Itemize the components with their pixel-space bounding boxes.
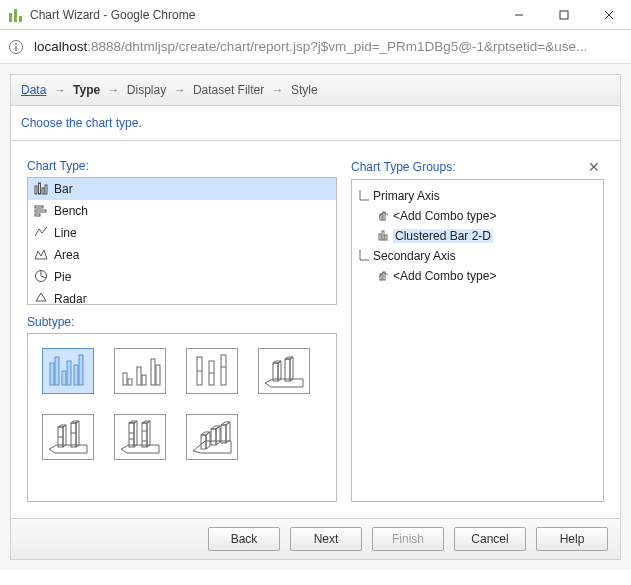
axis-icon <box>358 189 370 204</box>
svg-rect-25 <box>67 361 71 385</box>
svg-rect-9 <box>15 46 16 51</box>
svg-rect-49 <box>142 423 147 447</box>
svg-rect-44 <box>71 423 76 447</box>
chart-type-groups-label: Chart Type Groups: <box>351 160 456 174</box>
close-button[interactable] <box>586 0 631 29</box>
tree-secondary-axis[interactable]: Secondary Axis <box>358 246 597 266</box>
breadcrumb-data[interactable]: Data <box>21 83 46 97</box>
chart-type-label: Chart Type: <box>27 159 337 173</box>
breadcrumb-arrow-icon: → <box>54 83 66 97</box>
radar-icon <box>34 291 48 306</box>
chart-type-radar[interactable]: Radar <box>28 288 336 305</box>
minimize-button[interactable] <box>496 0 541 29</box>
pie-icon <box>34 269 48 286</box>
tree-primary-axis[interactable]: Primary Axis <box>358 186 597 206</box>
svg-rect-30 <box>137 367 141 385</box>
chart-type-area[interactable]: Area <box>28 244 336 266</box>
subtype-stacked-bar-3d[interactable] <box>42 414 94 460</box>
svg-line-20 <box>41 276 46 278</box>
svg-rect-10 <box>35 186 37 194</box>
subtype-label: Subtype: <box>27 315 337 329</box>
chart-type-list[interactable]: Bar Bench Line Area Pie <box>27 177 337 305</box>
window-titlebar: Chart Wizard - Google Chrome <box>0 0 631 30</box>
subtype-clustered-bar-staggered[interactable] <box>114 348 166 394</box>
url-text[interactable]: localhost:8888/dhtmljsp/create/chart/rep… <box>34 39 623 54</box>
svg-rect-27 <box>79 355 83 385</box>
site-info-icon[interactable] <box>8 39 24 55</box>
line-icon <box>34 225 48 242</box>
svg-rect-12 <box>42 188 44 194</box>
svg-rect-29 <box>128 379 132 385</box>
combo-icon <box>378 209 390 224</box>
svg-rect-11 <box>39 183 41 194</box>
chart-type-label-text: Line <box>54 226 77 240</box>
app-icon <box>8 7 24 23</box>
breadcrumb-arrow-icon: → <box>174 83 186 97</box>
chart-type-label-text: Bench <box>54 204 88 218</box>
svg-rect-26 <box>74 365 78 385</box>
next-button[interactable]: Next <box>290 527 362 551</box>
svg-rect-32 <box>151 359 155 385</box>
url-host: localhost <box>34 39 87 54</box>
svg-rect-13 <box>45 185 47 194</box>
svg-rect-1 <box>14 9 17 22</box>
chart-type-label-text: Pie <box>54 270 71 284</box>
maximize-button[interactable] <box>541 0 586 29</box>
svg-rect-61 <box>385 235 387 240</box>
subtype-stacked-bar-2d[interactable] <box>186 348 238 394</box>
chart-type-label-text: Area <box>54 248 79 262</box>
svg-point-8 <box>15 43 17 45</box>
svg-rect-28 <box>123 373 127 385</box>
tree-add-combo-secondary[interactable]: <Add Combo type> <box>358 266 597 286</box>
bar-icon <box>34 181 48 198</box>
svg-rect-4 <box>560 11 568 19</box>
svg-rect-54 <box>221 425 226 443</box>
tree-label: <Add Combo type> <box>393 269 496 283</box>
svg-rect-16 <box>35 214 40 216</box>
chart-type-line[interactable]: Line <box>28 222 336 244</box>
svg-rect-15 <box>35 210 46 212</box>
subtype-grid <box>27 333 337 502</box>
footer: Back Next Finish Cancel Help <box>10 519 621 560</box>
help-button[interactable]: Help <box>536 527 608 551</box>
svg-rect-40 <box>273 363 278 381</box>
svg-rect-46 <box>129 423 134 447</box>
breadcrumb-arrow-icon: → <box>108 83 120 97</box>
svg-rect-2 <box>19 16 22 22</box>
close-panel-icon[interactable]: ✕ <box>584 159 604 175</box>
subtype-clustered-bar-2d[interactable] <box>42 348 94 394</box>
breadcrumb-dataset-filter: Dataset Filter <box>193 83 264 97</box>
tree-add-combo-primary[interactable]: <Add Combo type> <box>358 206 597 226</box>
tree-clustered-bar[interactable]: Clustered Bar 2-D <box>358 226 597 246</box>
back-button[interactable]: Back <box>208 527 280 551</box>
subtype-bar-3d-depth[interactable] <box>186 414 238 460</box>
prompt-text: Choose the chart type. <box>10 105 621 141</box>
axis-icon <box>358 249 370 264</box>
svg-rect-31 <box>142 375 146 385</box>
svg-rect-41 <box>285 359 290 381</box>
tree-label: Secondary Axis <box>373 249 456 263</box>
subtype-clustered-bar-3d[interactable] <box>258 348 310 394</box>
svg-rect-14 <box>35 206 43 208</box>
svg-rect-60 <box>382 231 384 240</box>
svg-rect-24 <box>62 371 66 385</box>
groups-tree[interactable]: Primary Axis <Add Combo type> Clustered … <box>351 179 604 502</box>
svg-rect-23 <box>55 357 59 385</box>
svg-marker-17 <box>35 250 47 259</box>
svg-rect-53 <box>211 429 216 445</box>
svg-rect-33 <box>156 365 160 385</box>
chart-type-bar[interactable]: Bar <box>28 178 336 200</box>
chart-type-label-text: Bar <box>54 182 73 196</box>
breadcrumb-type: Type <box>73 83 100 97</box>
chart-type-pie[interactable]: Pie <box>28 266 336 288</box>
combo-icon <box>378 269 390 284</box>
tree-label: <Add Combo type> <box>393 209 496 223</box>
chart-type-bench[interactable]: Bench <box>28 200 336 222</box>
breadcrumb-display: Display <box>127 83 166 97</box>
subtype-percent-stacked-3d[interactable] <box>114 414 166 460</box>
breadcrumb-arrow-icon: → <box>272 83 284 97</box>
window-title: Chart Wizard - Google Chrome <box>30 8 496 22</box>
cancel-button[interactable]: Cancel <box>454 527 526 551</box>
bar-icon <box>378 229 390 244</box>
svg-marker-21 <box>36 293 46 301</box>
